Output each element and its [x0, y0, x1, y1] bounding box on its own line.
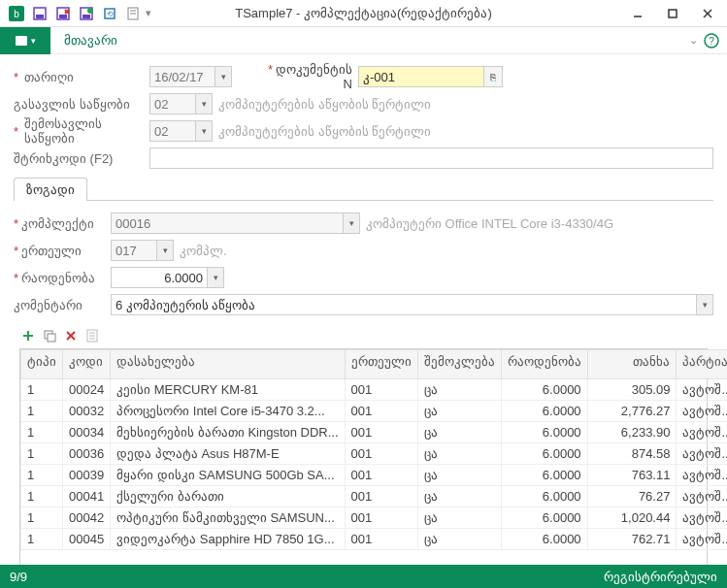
- date-dropdown-icon[interactable]: ▾: [215, 66, 232, 87]
- table-row[interactable]: 100036დედა პლატა Asus H87M-E001ცა6.00008…: [21, 443, 728, 465]
- doc-num-label: დოკუმენტის N: [261, 62, 358, 91]
- main-tab[interactable]: მთავარი: [50, 27, 131, 54]
- kit-code-input: 00016: [111, 212, 344, 234]
- save-icon[interactable]: [29, 3, 50, 24]
- revert-icon[interactable]: ⟲: [99, 3, 120, 24]
- details-icon[interactable]: [83, 327, 101, 344]
- kit-desc: კომპიუტერი Office INTEL Core i3-4330/4G: [366, 216, 613, 231]
- window-controls: [624, 4, 721, 23]
- save-new-icon[interactable]: [76, 3, 97, 24]
- col-code[interactable]: კოდი: [63, 350, 111, 379]
- svg-rect-24: [48, 334, 55, 342]
- unit-label: ერთეული: [14, 244, 111, 258]
- table-header: ტიპი კოდი დასახელება ერთეული შემოკლება რ…: [21, 350, 728, 379]
- col-qty[interactable]: რაოდენობა: [501, 350, 587, 379]
- qty-dropdown-icon[interactable]: ▾: [207, 267, 224, 288]
- col-batch[interactable]: პარტია: [677, 350, 727, 379]
- qty-input[interactable]: 6.0000: [111, 267, 208, 288]
- qty-label: რაოდენობა: [14, 271, 111, 285]
- barcode-input[interactable]: [149, 147, 713, 169]
- svg-point-8: [87, 8, 93, 14]
- svg-text:?: ?: [709, 36, 714, 47]
- date-input[interactable]: 16/02/17: [149, 66, 215, 87]
- table-row[interactable]: 100034მეხსიერების ბარათი Kingston DDR...…: [21, 422, 728, 443]
- income-store-desc: კომპიუტერების აწყობის წერტილი: [218, 124, 431, 139]
- expense-store-input: 02: [149, 93, 196, 114]
- kit-dropdown-icon: ▾: [343, 212, 360, 234]
- unit-code-input: 017: [111, 240, 157, 261]
- file-tab[interactable]: ▾: [0, 27, 50, 54]
- delete-row-icon[interactable]: [62, 327, 80, 344]
- svg-text:b: b: [14, 9, 19, 19]
- expense-dropdown-icon: ▾: [195, 93, 213, 114]
- table-row[interactable]: 100045ვიდეოკარტა Sapphire HD 7850 1G...0…: [21, 529, 728, 550]
- table-row[interactable]: 100041ქსელური ბარათი001ცა6.000076.27ავტო…: [21, 486, 728, 507]
- svg-text:⟲: ⟲: [107, 10, 114, 18]
- date-label: თარიღი: [14, 70, 149, 84]
- close-button[interactable]: [694, 4, 721, 23]
- maximize-button[interactable]: [659, 4, 686, 23]
- table-row[interactable]: 100039მყარი დისკი SAMSUNG 500Gb SA...001…: [21, 465, 728, 486]
- title-bar: b ⟲ ▾ TSample7 - კომპლექტაცია(რედაქტირებ…: [0, 0, 727, 27]
- table-row[interactable]: 100042ოპტიკური წამკითხველი SAMSUN...001ც…: [21, 507, 728, 529]
- table-row[interactable]: 100024კეისი MERCURY KM-81001ცა6.0000305.…: [21, 379, 728, 401]
- col-amount[interactable]: თანხა: [587, 350, 677, 379]
- svg-rect-7: [83, 15, 90, 18]
- help-icon[interactable]: ?: [704, 33, 719, 49]
- col-unit[interactable]: ერთეული: [345, 350, 417, 379]
- income-store-label: შემოსავლის საწყობი: [14, 116, 149, 146]
- save-close-icon[interactable]: [52, 3, 74, 24]
- ribbon: ▾ მთავარი ⌄ ?: [0, 27, 727, 54]
- quick-access-toolbar: b ⟲ ▾: [6, 3, 151, 24]
- table-row[interactable]: 100032პროცესორი Intel Core i5-3470 3.2..…: [21, 401, 728, 422]
- col-name[interactable]: დასახელება: [111, 350, 345, 379]
- comment-label: კომენტარი: [14, 298, 111, 312]
- comment-input[interactable]: 6 კომპიუტერის აწყობა: [111, 294, 697, 315]
- ribbon-collapse-icon[interactable]: ⌄: [689, 34, 698, 47]
- svg-rect-15: [669, 10, 677, 17]
- qat-dropdown-icon[interactable]: ▾: [146, 7, 151, 19]
- svg-rect-18: [16, 36, 27, 46]
- app-icon[interactable]: b: [6, 3, 27, 24]
- status-bar: 9/9 რეგისტრირებული: [0, 565, 727, 588]
- svg-rect-3: [36, 15, 44, 18]
- items-table: ტიპი კოდი დასახელება ერთეული შემოკლება რ…: [19, 348, 708, 588]
- status-right: რეგისტრირებული: [604, 570, 717, 584]
- col-type[interactable]: ტიპი: [21, 350, 63, 379]
- general-tab[interactable]: ზოგადი: [14, 178, 87, 201]
- unit-dropdown-icon: ▾: [156, 240, 174, 261]
- grid-toolbar: [14, 323, 713, 348]
- minimize-button[interactable]: [624, 4, 651, 23]
- doc-num-input[interactable]: კ-001: [358, 66, 484, 87]
- income-store-input: 02: [149, 120, 196, 142]
- expense-store-label: გასავლის საწყობი: [14, 97, 149, 112]
- barcode-label: შტრიხკოდი (F2): [14, 151, 149, 166]
- document-icon[interactable]: [122, 3, 144, 24]
- kit-label: კომპლექტი: [14, 216, 111, 231]
- add-row-icon[interactable]: [19, 327, 37, 344]
- copy-row-icon[interactable]: [41, 327, 58, 344]
- svg-rect-5: [59, 15, 67, 18]
- status-left: 9/9: [10, 570, 27, 584]
- income-dropdown-icon: ▾: [195, 120, 213, 142]
- comment-dropdown-icon[interactable]: ▾: [696, 294, 713, 315]
- unit-desc: კომპლ.: [180, 244, 227, 258]
- col-inv[interactable]: შემოკლება: [417, 350, 501, 379]
- expense-store-desc: კომპიუტერების აწყობის წერტილი: [218, 97, 431, 112]
- doc-num-lookup-icon[interactable]: ⎘: [483, 66, 503, 87]
